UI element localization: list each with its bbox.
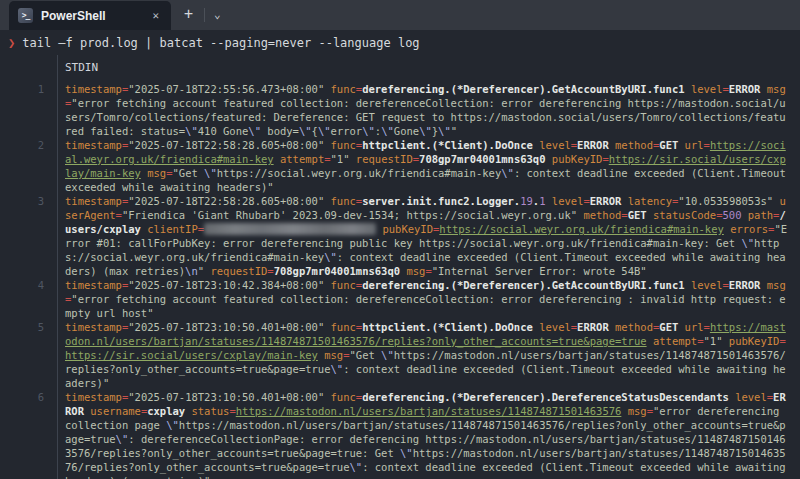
- tab-dropdown-icon[interactable]: ⌄: [205, 5, 231, 30]
- log-entry: 1timestamp="2025-07-18T22:55:56.473+08:0…: [0, 82, 800, 138]
- log-entry: 6timestamp="2025-07-18T23:10:50.401+08:0…: [0, 390, 800, 479]
- log-entry-text: timestamp="2025-07-18T22:58:28.605+08:00…: [65, 138, 789, 194]
- log-entry-text: timestamp="2025-07-18T22:55:56.473+08:00…: [65, 82, 789, 138]
- line-number: 4: [0, 278, 44, 292]
- powershell-icon: >_: [18, 8, 33, 23]
- log-entry: 3timestamp="2025-07-18T22:58:28.605+08:0…: [0, 194, 800, 278]
- tab-powershell[interactable]: >_ PowerShell ✕: [9, 1, 171, 30]
- log-entry: 5timestamp="2025-07-18T23:10:50.401+08:0…: [0, 320, 800, 390]
- line-number: 5: [0, 320, 44, 334]
- terminal-viewport[interactable]: ❯tail —f prod.log | batcat --paging=neve…: [0, 30, 800, 479]
- log-entry: 4timestamp="2025-07-18T23:10:42.384+08:0…: [0, 278, 800, 320]
- log-entry-text: timestamp="2025-07-18T22:58:28.605+08:00…: [65, 194, 789, 278]
- line-number: 3: [0, 194, 44, 208]
- line-number: 6: [0, 390, 44, 404]
- log-entry-text: timestamp="2025-07-18T23:10:50.401+08:00…: [65, 320, 789, 390]
- log-entry: 2timestamp="2025-07-18T22:58:28.605+08:0…: [0, 138, 800, 194]
- close-tab-icon[interactable]: ✕: [149, 8, 162, 23]
- log-entry-text: timestamp="2025-07-18T23:10:42.384+08:00…: [65, 278, 789, 320]
- log-output: 1timestamp="2025-07-18T22:55:56.473+08:0…: [0, 82, 800, 479]
- line-number: 2: [0, 138, 44, 152]
- tab-bar: >_ PowerShell ✕ + ⌄: [0, 0, 800, 30]
- shell-prompt: ❯: [8, 36, 15, 50]
- command-text: tail —f prod.log | batcat --paging=never…: [22, 36, 419, 50]
- line-number: 1: [0, 82, 44, 96]
- tab-title: PowerShell: [41, 9, 141, 23]
- command-line: ❯tail —f prod.log | batcat --paging=neve…: [0, 30, 800, 54]
- new-tab-button[interactable]: +: [171, 3, 204, 30]
- log-entry-text: timestamp="2025-07-18T23:10:50.401+08:00…: [65, 390, 789, 479]
- redacted-client-ip: [204, 223, 376, 235]
- stdin-header: STDIN: [0, 54, 800, 82]
